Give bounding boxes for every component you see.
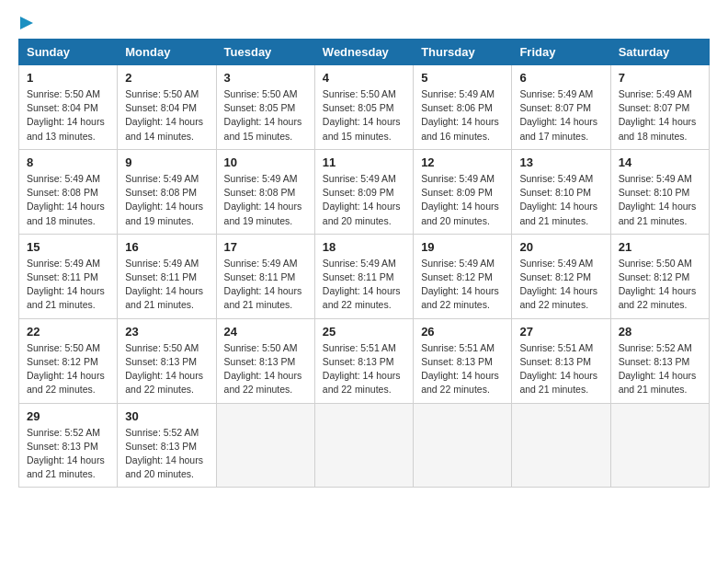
day-number: 8 [27,155,109,169]
calendar-week-1: 1 Sunrise: 5:50 AM Sunset: 8:04 PM Dayli… [19,65,710,150]
day-info: Sunrise: 5:52 AM Sunset: 8:13 PM Dayligh… [619,341,701,397]
day-info: Sunrise: 5:49 AM Sunset: 8:11 PM Dayligh… [224,257,307,313]
calendar-cell: 3 Sunrise: 5:50 AM Sunset: 8:05 PM Dayli… [216,65,314,150]
calendar-cell: 15 Sunrise: 5:49 AM Sunset: 8:11 PM Dayl… [19,234,118,318]
day-info: Sunrise: 5:50 AM Sunset: 8:12 PM Dayligh… [619,257,701,313]
day-number: 2 [125,71,208,85]
col-header-monday: Monday [118,40,216,65]
day-info: Sunrise: 5:52 AM Sunset: 8:13 PM Dayligh… [125,426,208,482]
calendar-cell [216,403,314,488]
calendar-cell: 18 Sunrise: 5:49 AM Sunset: 8:11 PM Dayl… [314,234,413,318]
calendar-cell: 27 Sunrise: 5:51 AM Sunset: 8:13 PM Dayl… [512,318,610,403]
day-number: 5 [421,71,504,85]
calendar-cell: 24 Sunrise: 5:50 AM Sunset: 8:13 PM Dayl… [216,318,314,403]
day-number: 18 [323,240,405,254]
day-info: Sunrise: 5:49 AM Sunset: 8:10 PM Dayligh… [619,172,701,228]
calendar-cell [314,403,413,488]
col-header-sunday: Sunday [19,40,118,65]
day-info: Sunrise: 5:50 AM Sunset: 8:04 PM Dayligh… [27,87,109,144]
day-info: Sunrise: 5:49 AM Sunset: 8:11 PM Dayligh… [27,257,109,313]
calendar-cell: 19 Sunrise: 5:49 AM Sunset: 8:12 PM Dayl… [414,234,512,318]
day-number: 25 [323,325,405,339]
day-number: 26 [421,325,504,339]
calendar-cell: 25 Sunrise: 5:51 AM Sunset: 8:13 PM Dayl… [314,318,413,403]
day-number: 24 [224,325,307,339]
day-number: 14 [619,155,701,169]
calendar-week-4: 22 Sunrise: 5:50 AM Sunset: 8:12 PM Dayl… [19,318,710,403]
day-number: 20 [519,240,602,254]
calendar-cell: 4 Sunrise: 5:50 AM Sunset: 8:05 PM Dayli… [314,65,413,150]
calendar-week-2: 8 Sunrise: 5:49 AM Sunset: 8:08 PM Dayli… [19,149,710,234]
day-info: Sunrise: 5:51 AM Sunset: 8:13 PM Dayligh… [421,341,504,397]
day-info: Sunrise: 5:51 AM Sunset: 8:13 PM Dayligh… [519,341,602,397]
day-info: Sunrise: 5:52 AM Sunset: 8:13 PM Dayligh… [27,426,109,482]
page-header [18,18,710,29]
day-number: 27 [519,325,602,339]
calendar-cell: 11 Sunrise: 5:49 AM Sunset: 8:09 PM Dayl… [314,149,413,234]
calendar-cell: 14 Sunrise: 5:49 AM Sunset: 8:10 PM Dayl… [610,149,709,234]
day-info: Sunrise: 5:50 AM Sunset: 8:13 PM Dayligh… [224,341,307,397]
svg-marker-0 [20,17,33,29]
calendar-cell: 13 Sunrise: 5:49 AM Sunset: 8:10 PM Dayl… [512,149,610,234]
calendar-cell [414,403,512,488]
logo-arrow-icon [20,15,37,31]
calendar-cell: 17 Sunrise: 5:49 AM Sunset: 8:11 PM Dayl… [216,234,314,318]
calendar-cell: 30 Sunrise: 5:52 AM Sunset: 8:13 PM Dayl… [118,403,216,488]
col-header-wednesday: Wednesday [314,40,413,65]
calendar-cell [512,403,610,488]
day-number: 23 [125,325,208,339]
day-number: 22 [27,325,109,339]
calendar-cell: 5 Sunrise: 5:49 AM Sunset: 8:06 PM Dayli… [414,65,512,150]
calendar-cell [610,403,709,488]
calendar-cell: 21 Sunrise: 5:50 AM Sunset: 8:12 PM Dayl… [610,234,709,318]
calendar-week-5: 29 Sunrise: 5:52 AM Sunset: 8:13 PM Dayl… [19,403,710,488]
col-header-tuesday: Tuesday [216,40,314,65]
day-info: Sunrise: 5:49 AM Sunset: 8:06 PM Dayligh… [421,87,504,144]
calendar-cell: 6 Sunrise: 5:49 AM Sunset: 8:07 PM Dayli… [512,65,610,150]
day-number: 28 [619,325,701,339]
calendar-cell: 2 Sunrise: 5:50 AM Sunset: 8:04 PM Dayli… [118,65,216,150]
calendar-cell: 20 Sunrise: 5:49 AM Sunset: 8:12 PM Dayl… [512,234,610,318]
day-info: Sunrise: 5:49 AM Sunset: 8:08 PM Dayligh… [125,172,208,228]
calendar-cell: 8 Sunrise: 5:49 AM Sunset: 8:08 PM Dayli… [19,149,118,234]
day-info: Sunrise: 5:50 AM Sunset: 8:13 PM Dayligh… [125,341,208,397]
day-number: 16 [125,240,208,254]
day-info: Sunrise: 5:49 AM Sunset: 8:08 PM Dayligh… [27,172,109,228]
day-number: 11 [323,155,405,169]
day-info: Sunrise: 5:50 AM Sunset: 8:05 PM Dayligh… [323,87,405,144]
day-number: 30 [125,409,208,423]
calendar-cell: 7 Sunrise: 5:49 AM Sunset: 8:07 PM Dayli… [610,65,709,150]
day-number: 13 [519,155,602,169]
day-number: 4 [323,71,405,85]
col-header-friday: Friday [512,40,610,65]
day-number: 7 [619,71,701,85]
calendar-cell: 22 Sunrise: 5:50 AM Sunset: 8:12 PM Dayl… [19,318,118,403]
day-info: Sunrise: 5:50 AM Sunset: 8:05 PM Dayligh… [224,87,307,144]
day-number: 10 [224,155,307,169]
day-number: 9 [125,155,208,169]
day-info: Sunrise: 5:49 AM Sunset: 8:08 PM Dayligh… [224,172,307,228]
calendar-table: SundayMondayTuesdayWednesdayThursdayFrid… [18,39,710,488]
calendar-cell: 9 Sunrise: 5:49 AM Sunset: 8:08 PM Dayli… [118,149,216,234]
day-number: 29 [27,409,109,423]
calendar-cell: 1 Sunrise: 5:50 AM Sunset: 8:04 PM Dayli… [19,65,118,150]
day-info: Sunrise: 5:49 AM Sunset: 8:07 PM Dayligh… [619,87,701,144]
day-info: Sunrise: 5:50 AM Sunset: 8:12 PM Dayligh… [27,341,109,397]
calendar-cell: 28 Sunrise: 5:52 AM Sunset: 8:13 PM Dayl… [610,318,709,403]
day-number: 3 [224,71,307,85]
day-info: Sunrise: 5:50 AM Sunset: 8:04 PM Dayligh… [125,87,208,144]
calendar-cell: 12 Sunrise: 5:49 AM Sunset: 8:09 PM Dayl… [414,149,512,234]
day-number: 6 [519,71,602,85]
day-number: 1 [27,71,109,85]
day-info: Sunrise: 5:49 AM Sunset: 8:10 PM Dayligh… [519,172,602,228]
calendar-cell: 23 Sunrise: 5:50 AM Sunset: 8:13 PM Dayl… [118,318,216,403]
col-header-saturday: Saturday [610,40,709,65]
day-number: 21 [619,240,701,254]
day-info: Sunrise: 5:49 AM Sunset: 8:09 PM Dayligh… [323,172,405,228]
day-info: Sunrise: 5:49 AM Sunset: 8:07 PM Dayligh… [519,87,602,144]
calendar-cell: 26 Sunrise: 5:51 AM Sunset: 8:13 PM Dayl… [414,318,512,403]
day-info: Sunrise: 5:49 AM Sunset: 8:09 PM Dayligh… [421,172,504,228]
col-header-thursday: Thursday [414,40,512,65]
calendar-cell: 16 Sunrise: 5:49 AM Sunset: 8:11 PM Dayl… [118,234,216,318]
calendar-header-row: SundayMondayTuesdayWednesdayThursdayFrid… [19,40,710,65]
